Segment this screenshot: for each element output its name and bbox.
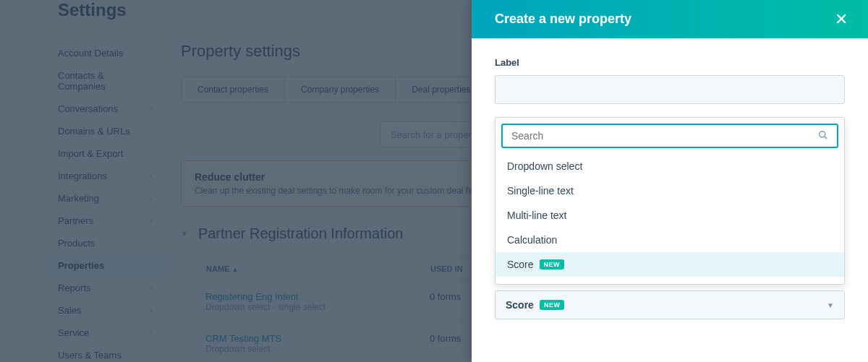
new-badge: NEW (540, 259, 565, 270)
dropdown-option[interactable]: Calculation (495, 228, 844, 252)
chevron-down-icon: ▼ (827, 301, 834, 309)
drawer-title: Create a new property (495, 12, 631, 27)
close-icon[interactable]: ✕ (835, 12, 848, 27)
field-type-select[interactable]: Score NEW ▼ (495, 290, 845, 319)
dropdown-option-label: Multi-line text (507, 210, 566, 221)
field-type-dropdown-open: Dropdown selectSingle-line textMulti-lin… (495, 117, 845, 285)
label-field-label: Label (495, 57, 845, 68)
svg-point-0 (820, 131, 825, 137)
dropdown-option[interactable]: Multi-line text (495, 203, 844, 228)
create-property-drawer: Create a new property ✕ Label Dropdown s… (472, 0, 868, 362)
dropdown-option-label: HubSpot user (507, 283, 569, 284)
dropdown-option-label: Score (507, 259, 534, 270)
dropdown-search-field[interactable] (511, 130, 818, 142)
dropdown-option[interactable]: HubSpot user (495, 277, 844, 284)
dropdown-search-input[interactable] (501, 124, 838, 148)
new-badge: NEW (540, 300, 565, 310)
drawer-header: Create a new property ✕ (472, 0, 868, 38)
search-icon (818, 130, 828, 142)
dropdown-option-label: Dropdown select (507, 160, 582, 172)
select-value-label: Score (506, 299, 534, 311)
dropdown-option-label: Single-line text (507, 185, 574, 197)
dropdown-option-label: Calculation (507, 234, 557, 246)
dropdown-option[interactable]: Single-line text (495, 178, 844, 203)
dropdown-option[interactable]: ScoreNEW (495, 252, 844, 277)
dropdown-option[interactable]: Dropdown select (495, 154, 844, 178)
label-input[interactable] (495, 75, 845, 104)
svg-line-1 (825, 136, 827, 139)
